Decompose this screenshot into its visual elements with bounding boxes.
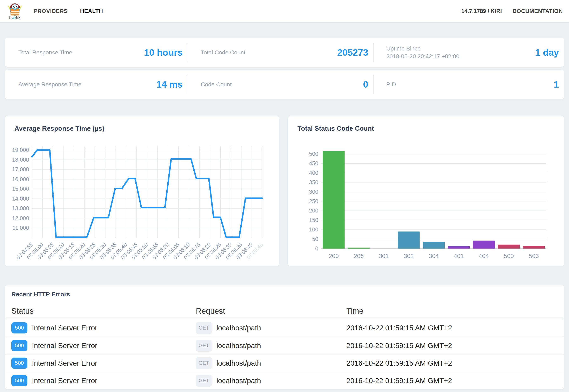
errors-table-body: 500 Internal Server Error GET localhost/… — [5, 319, 564, 389]
status-text: Internal Server Error — [32, 377, 97, 385]
stat-section: Total Code Count 205273 — [188, 38, 373, 67]
svg-text:304: 304 — [429, 253, 439, 259]
top-navbar: træfik PROVIDERS HEALTH 14.7.1789 / KIRI… — [0, 0, 569, 23]
svg-text:301: 301 — [379, 253, 389, 259]
version-label: 14.7.1789 / KIRI — [461, 8, 502, 14]
svg-text:12,000: 12,000 — [12, 215, 29, 221]
status-code-badge: 500 — [11, 340, 28, 351]
request-path: localhost/path — [216, 377, 261, 385]
svg-text:100: 100 — [309, 226, 318, 233]
svg-text:300: 300 — [309, 189, 318, 195]
status-text: Internal Server Error — [32, 324, 97, 332]
request-cell: GET localhost/path — [196, 375, 346, 387]
stat-label: Average Response Time — [18, 81, 81, 88]
stats-card-row-2: Average Response Time 14 ms Code Count 0… — [5, 70, 564, 99]
column-header-request: Request — [196, 307, 346, 316]
stat-value: 14 ms — [156, 79, 183, 90]
status-cell: 500 Internal Server Error — [11, 322, 196, 334]
error-table-row: 500 Internal Server Error GET localhost/… — [5, 372, 564, 389]
stat-section: Code Count 0 — [188, 70, 373, 99]
svg-text:500: 500 — [504, 253, 514, 259]
http-method-badge: GET — [196, 375, 212, 387]
stat-label: Code Count — [201, 81, 231, 88]
request-path: localhost/path — [216, 324, 261, 332]
traefik-logo: træfik — [4, 2, 25, 20]
status-code-badge: 500 — [11, 322, 28, 334]
svg-text:200: 200 — [309, 208, 318, 214]
request-time: 2016-10-22 01:59:15 AM GMT+2 — [346, 324, 564, 332]
nav-links: PROVIDERS HEALTH — [34, 8, 103, 14]
stat-label: PID — [386, 81, 396, 88]
errors-table-header: Status Request Time — [5, 304, 564, 318]
nav-right: 14.7.1789 / KIRI DOCUMENTATION — [461, 8, 563, 14]
stat-label: Total Response Time — [18, 49, 72, 56]
stat-value: 205273 — [337, 47, 368, 58]
column-header-time: Time — [346, 307, 564, 316]
nav-tab-health[interactable]: HEALTH — [80, 8, 103, 14]
stat-value: 10 hours — [144, 47, 183, 58]
request-cell: GET localhost/path — [196, 322, 346, 334]
svg-text:302: 302 — [404, 253, 413, 259]
status-text: Internal Server Error — [32, 359, 97, 367]
svg-text:13,000: 13,000 — [12, 205, 29, 211]
svg-text:206: 206 — [354, 253, 364, 259]
status-text: Internal Server Error — [32, 341, 97, 350]
svg-text:19,000: 19,000 — [12, 147, 29, 153]
svg-text:11,000: 11,000 — [12, 225, 29, 231]
stat-value: 0 — [363, 79, 368, 90]
svg-text:18,000: 18,000 — [12, 157, 29, 163]
nav-link-documentation[interactable]: DOCUMENTATION — [512, 8, 563, 14]
errors-table-title: Recent HTTP Errors — [11, 291, 70, 298]
avg-response-time-chart-card: Average Response Time (µs) 11,00012,0001… — [5, 116, 279, 266]
svg-text:401: 401 — [454, 253, 464, 259]
stat-value: 1 day — [535, 47, 559, 58]
request-time: 2016-10-22 01:59:15 AM GMT+2 — [346, 341, 564, 350]
status-cell: 500 Internal Server Error — [11, 340, 196, 351]
stat-label: Uptime Since — [386, 45, 459, 53]
avg-response-time-line-chart: 11,00012,00013,00014,00015,00016,00017,0… — [5, 116, 279, 266]
traefik-wordmark: træfik — [9, 15, 21, 20]
request-cell: GET localhost/path — [196, 357, 346, 369]
error-table-row: 500 Internal Server Error GET localhost/… — [5, 354, 564, 372]
request-path: localhost/path — [216, 359, 261, 367]
svg-text:400: 400 — [309, 170, 318, 176]
stat-label: Total Code Count — [201, 49, 245, 56]
svg-text:16,000: 16,000 — [12, 176, 29, 182]
request-time: 2016-10-22 01:59:15 AM GMT+2 — [346, 377, 564, 385]
stat-section: Total Response Time 10 hours — [5, 38, 188, 67]
svg-text:14,000: 14,000 — [12, 196, 29, 202]
svg-text:404: 404 — [479, 253, 489, 259]
nav-tab-providers[interactable]: PROVIDERS — [34, 8, 68, 14]
stat-section: Uptime Since 2018-05-20 20:42:17 +02:00 … — [373, 38, 564, 67]
svg-text:250: 250 — [309, 198, 318, 204]
svg-text:500: 500 — [309, 151, 318, 157]
stat-value: 1 — [554, 79, 559, 90]
stat-sublabel: 2018-05-20 20:42:17 +02:00 — [386, 53, 459, 60]
http-method-badge: GET — [196, 357, 212, 369]
http-method-badge: GET — [196, 340, 212, 352]
svg-text:17,000: 17,000 — [12, 166, 29, 172]
status-cell: 500 Internal Server Error — [11, 375, 196, 386]
stat-section: PID 1 — [373, 70, 564, 99]
status-code-bar-chart: 0501001502002503003504004505002002063013… — [288, 116, 564, 266]
status-code-badge: 500 — [11, 375, 28, 386]
svg-text:503: 503 — [529, 253, 539, 259]
status-code-badge: 500 — [11, 358, 28, 369]
svg-text:0: 0 — [315, 245, 318, 252]
svg-text:50: 50 — [312, 236, 318, 242]
svg-text:200: 200 — [329, 253, 339, 259]
traefik-gopher-icon — [8, 2, 22, 16]
request-cell: GET localhost/path — [196, 340, 346, 352]
svg-text:150: 150 — [309, 217, 318, 223]
status-code-chart-card: Total Status Code Count 0501001502002503… — [288, 116, 564, 266]
recent-http-errors-card: Recent HTTP Errors Status Request Time 5… — [5, 285, 564, 389]
error-table-row: 500 Internal Server Error GET localhost/… — [5, 336, 564, 354]
error-table-row: 500 Internal Server Error GET localhost/… — [5, 319, 564, 336]
svg-text:15,000: 15,000 — [12, 186, 29, 192]
http-method-badge: GET — [196, 322, 212, 334]
svg-text:450: 450 — [309, 160, 318, 167]
column-header-status: Status — [11, 307, 196, 316]
stat-section: Average Response Time 14 ms — [5, 70, 188, 99]
stats-card-row-1: Total Response Time 10 hours Total Code … — [5, 38, 564, 67]
svg-text:350: 350 — [309, 179, 318, 185]
